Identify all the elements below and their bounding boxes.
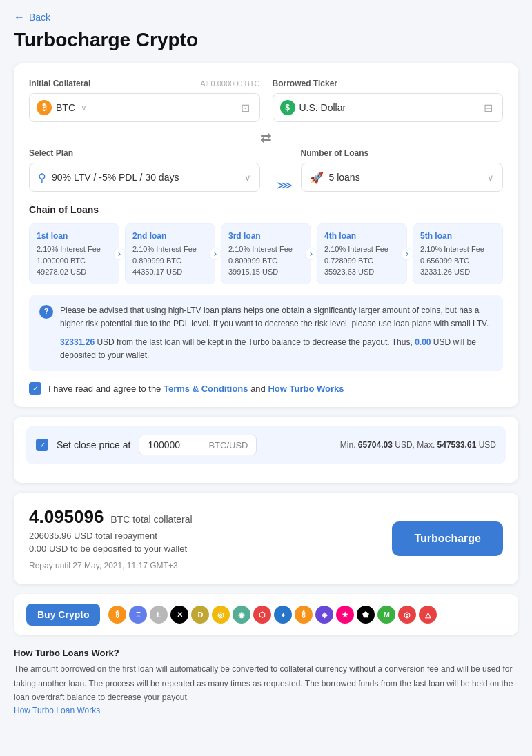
crypto-icon-12[interactable]: ⬟ [357,606,375,624]
loan-btc-1: 1.000000 BTC [37,255,112,267]
crypto-icon-10[interactable]: ◈ [315,606,333,624]
loan-title-4: 4th loan [324,231,400,241]
buy-crypto-section: Buy Crypto ₿ΞŁ✕Ð◎◉⬡♦₿◈★⬟M◎△ [14,594,518,635]
page-title: Turbocharge Crypto [14,29,518,51]
info-warning: Please be advised that using high-LTV lo… [60,304,493,330]
terms-link[interactable]: Terms & Conditions [164,384,248,394]
loan-detail-3: 2.10% Interest Fee [228,243,304,255]
btc-coin-icon: ₿ [37,100,52,115]
info-icon: ? [39,305,53,319]
info-balance: 32331.26 USD from the last loan will be … [60,336,493,362]
loan-card-1: 1st loan 2.10% Interest Fee 1.000000 BTC… [29,223,119,284]
how-turbo-text: The amount borrowed on the first loan wi… [14,662,518,704]
close-price-label: Set close price at [57,439,130,450]
summary-usd-wallet: 0.00 USD to be deposited to your wallet [29,544,193,554]
borrowed-ticker-label: Borrowed Ticker [273,79,504,88]
buy-crypto-button[interactable]: Buy Crypto [26,604,100,626]
crypto-icon-1[interactable]: Ξ [129,606,147,624]
loan-detail-2: 2.10% Interest Fee [132,243,208,255]
initial-collateral-label: Initial Collateral All 0.000000 BTC [29,79,260,88]
number-of-loans-label: Number of Loans [301,148,504,158]
loan-arrow-1: › [113,248,126,260]
loan-title-1: 1st loan [37,231,112,241]
select-plan-value: 90% LTV / -5% PDL / 30 days [52,172,244,183]
number-of-loans-dropdown[interactable]: 🚀 5 loans ∨ [301,163,504,192]
usd-coin-icon: $ [280,100,295,115]
summary-usd-repayment: 206035.96 USD total repayment [29,530,193,541]
back-link[interactable]: ← Back [14,11,518,23]
crypto-icon-5[interactable]: ◎ [212,606,230,624]
initial-collateral-input-row[interactable]: ₿ BTC ∨ ⊡ [29,93,260,122]
terms-checkbox-row: ✓ I have read and agree to the Terms & C… [29,382,503,395]
crypto-icon-14[interactable]: ◎ [398,606,416,624]
loan-usd-5: 32331.26 USD [420,266,495,278]
crypto-icon-9[interactable]: ₿ [295,606,313,624]
close-price-row: ✓ Set close price at BTC/USD Min. 65704.… [26,426,506,464]
info-zero-amount: 0.00 [415,337,431,347]
crypto-icons-row: ₿ΞŁ✕Ð◎◉⬡♦₿◈★⬟M◎△ [108,606,437,624]
loans-grid: 1st loan 2.10% Interest Fee 1.000000 BTC… [29,223,503,284]
select-plan-dropdown[interactable]: ⚲ 90% LTV / -5% PDL / 30 days ∨ [29,163,260,192]
crypto-icon-4[interactable]: Ð [191,606,209,624]
initial-collateral-section: Initial Collateral All 0.000000 BTC ₿ BT… [29,79,260,122]
loan-btc-3: 0.809999 BTC [228,255,304,267]
how-turbo-section: How Turbo Loans Work? The amount borrowe… [14,645,518,724]
summary-card: 4.095096 BTC total collateral 206035.96 … [14,493,518,584]
min-value: 65704.03 [358,440,393,450]
loan-title-3: 3rd loan [228,231,304,241]
close-price-range: Min. 65704.03 USD, Max. 547533.61 USD [340,440,496,450]
how-turbo-title: How Turbo Loans Work? [14,648,518,658]
terms-checkbox[interactable]: ✓ [29,382,41,395]
crypto-icon-11[interactable]: ★ [336,606,354,624]
summary-btc-amount: 4.095096 [29,506,104,527]
loan-arrow-4: › [401,248,413,260]
loan-arrow-2: › [209,248,221,260]
loan-btc-5: 0.656099 BTC [420,255,495,267]
number-of-loans-section: Number of Loans 🚀 5 loans ∨ [301,148,504,192]
borrowed-ticker-input-row[interactable]: $ U.S. Dollar ⊟ [273,93,504,122]
crypto-icon-0[interactable]: ₿ [108,606,126,624]
btc-label: BTC [56,102,75,113]
close-price-currency-label: BTC/USD [208,440,248,450]
summary-btc-label: BTC total collateral [110,514,192,525]
crypto-icon-2[interactable]: Ł [150,606,168,624]
loan-arrow-3: › [305,248,317,260]
how-turbo-more-link[interactable]: How Turbo Loan Works [14,706,100,715]
chain-of-loans-title: Chain of Loans [29,204,503,215]
select-plan-label: Select Plan [29,148,260,158]
close-price-input-wrap[interactable]: BTC/USD [139,435,257,455]
loan-card-4: 4th loan 2.10% Interest Fee 0.728999 BTC… [317,223,407,284]
paste-icon[interactable]: ⊡ [238,100,253,116]
summary-total-row: 4.095096 BTC total collateral [29,506,193,528]
loan-card-5: 5th loan 2.10% Interest Fee 0.656099 BTC… [413,223,503,284]
loan-detail-5: 2.10% Interest Fee [420,243,495,255]
close-price-checkbox[interactable]: ✓ [36,439,48,451]
loan-title-2: 2nd loan [132,231,208,241]
crypto-icon-13[interactable]: M [377,606,395,624]
loans-icon: 🚀 [310,171,324,184]
max-value: 547533.61 [437,440,477,450]
close-price-input[interactable] [148,439,203,450]
info-balance-amount: 32331.26 [60,337,95,347]
crypto-icon-7[interactable]: ⬡ [253,606,271,624]
swap-icon[interactable]: ⇄ [260,129,272,146]
crypto-icon-3[interactable]: ✕ [170,606,188,624]
loan-title-5: 5th loan [420,231,495,241]
turbocharge-button[interactable]: Turbocharge [392,521,503,556]
crypto-icon-6[interactable]: ◉ [233,606,250,624]
back-arrow-icon: ← [14,11,25,23]
main-form-card: Initial Collateral All 0.000000 BTC ₿ BT… [14,63,518,407]
crypto-icon-8[interactable]: ♦ [274,606,292,624]
btc-dropdown-icon[interactable]: ∨ [81,103,87,112]
how-turbo-link[interactable]: How Turbo Works [268,384,344,394]
info-text: Please be advised that using high-LTV lo… [60,304,493,363]
loan-card-2: 2nd loan 2.10% Interest Fee 0.899999 BTC… [125,223,215,284]
loan-usd-3: 39915.15 USD [228,266,304,278]
info-box: ? Please be advised that using high-LTV … [29,295,503,372]
borrowed-ticker-section: Borrowed Ticker $ U.S. Dollar ⊟ [273,79,504,122]
usd-label: U.S. Dollar [299,102,482,113]
crypto-icon-15[interactable]: △ [419,606,437,624]
loan-detail-4: 2.10% Interest Fee [324,243,400,255]
back-label: Back [29,12,50,23]
copy-icon[interactable]: ⊟ [481,100,495,116]
